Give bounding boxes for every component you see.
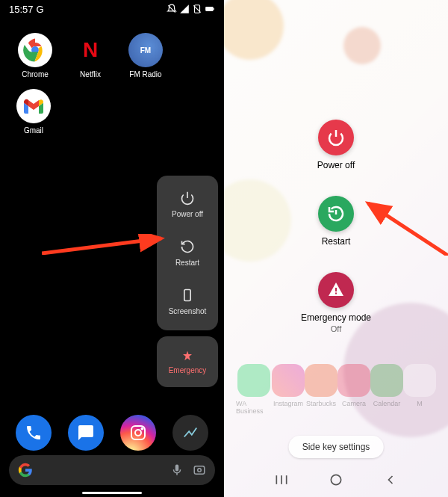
app-label: Chrome <box>22 70 49 78</box>
no-sim-icon <box>192 4 202 14</box>
emergency-sublabel: Off <box>331 324 341 333</box>
power-icon <box>318 120 354 155</box>
navigation-bar <box>224 466 448 494</box>
recents-button[interactable] <box>274 472 289 487</box>
power-off-button[interactable]: Power off <box>317 120 355 170</box>
screenshot-label: Screenshot <box>169 307 207 315</box>
chrome-icon <box>18 33 52 67</box>
side-key-settings-button[interactable]: Side key settings <box>289 436 384 458</box>
restart-button[interactable]: Restart <box>157 229 218 277</box>
restart-button[interactable]: Restart <box>318 196 354 247</box>
svg-point-25 <box>331 475 340 484</box>
emergency-mode-button[interactable]: Emergency mode Off <box>301 272 371 333</box>
netflix-icon: N <box>73 33 108 67</box>
app-label: Netflix <box>80 70 101 78</box>
emergency-label: Emergency <box>169 366 207 374</box>
dock <box>0 415 224 451</box>
phone-right-samsung: WA Business Instagram Starbucks Camera C… <box>224 0 448 497</box>
restart-label: Restart <box>175 259 199 267</box>
screenshot-button[interactable]: Screenshot <box>157 277 218 326</box>
svg-rect-14 <box>194 466 205 475</box>
background-app-row: WA Business Instagram Starbucks Camera C… <box>224 364 448 415</box>
restart-icon <box>180 239 195 254</box>
dnd-icon <box>167 4 177 14</box>
status-time: 15:57 <box>9 4 34 15</box>
app-netflix[interactable]: N Netflix <box>64 33 116 78</box>
mic-icon[interactable] <box>170 463 184 477</box>
restart-label: Restart <box>322 236 351 247</box>
annotation-arrow <box>42 234 169 255</box>
dock-extra-app[interactable] <box>172 415 208 451</box>
svg-rect-22 <box>276 475 277 484</box>
home-indicator[interactable] <box>82 492 142 494</box>
svg-rect-8 <box>184 290 190 301</box>
app-label: Gmail <box>24 126 43 135</box>
messages-app[interactable] <box>68 415 104 451</box>
screenshot-icon <box>180 288 195 303</box>
status-bar <box>224 0 448 15</box>
status-bar: 15:57 G <box>0 0 224 18</box>
svg-rect-3 <box>205 7 214 11</box>
lens-icon[interactable] <box>193 463 206 477</box>
app-gmail[interactable]: Gmail <box>7 89 60 135</box>
emergency-button[interactable]: Emergency <box>157 336 218 387</box>
emergency-icon <box>181 350 194 363</box>
phone-app[interactable] <box>16 415 52 451</box>
svg-line-10 <box>42 238 161 253</box>
power-off-button[interactable]: Power off <box>157 180 218 229</box>
svg-rect-23 <box>281 475 282 484</box>
emergency-icon <box>318 272 354 308</box>
svg-rect-18 <box>335 288 337 291</box>
gmail-icon <box>16 89 51 123</box>
power-off-label: Power off <box>172 210 203 218</box>
status-indicator: G <box>37 4 44 15</box>
phone-left-stock-android: 15:57 G Chrome N Netflix FM FM Radio <box>0 0 224 497</box>
app-label: FM Radio <box>129 70 161 78</box>
svg-rect-24 <box>285 475 287 484</box>
power-menu-panel: Power off Restart Screenshot <box>157 176 218 330</box>
google-search-bar[interactable] <box>9 455 215 485</box>
back-button[interactable] <box>383 472 398 487</box>
google-logo-icon <box>18 463 33 478</box>
svg-rect-19 <box>335 293 337 294</box>
battery-icon <box>205 4 215 14</box>
svg-point-12 <box>135 430 141 436</box>
svg-rect-4 <box>214 8 214 10</box>
signal-icon <box>179 4 190 14</box>
restart-icon <box>318 196 354 232</box>
app-grid: Chrome N Netflix FM FM Radio Gmail <box>0 18 224 160</box>
fmradio-icon: FM <box>128 33 163 67</box>
sidekey-label: Side key settings <box>302 442 370 452</box>
power-off-label: Power off <box>317 160 355 170</box>
svg-point-15 <box>198 469 202 472</box>
svg-point-13 <box>142 428 143 430</box>
power-icon <box>180 191 195 206</box>
app-fmradio[interactable]: FM FM Radio <box>119 33 172 78</box>
app-chrome[interactable]: Chrome <box>9 33 61 78</box>
home-button[interactable] <box>329 472 343 487</box>
instagram-app[interactable] <box>120 415 156 451</box>
emergency-label: Emergency mode <box>301 312 371 323</box>
power-menu: Power off Restart Emergency mode Off <box>224 15 448 333</box>
